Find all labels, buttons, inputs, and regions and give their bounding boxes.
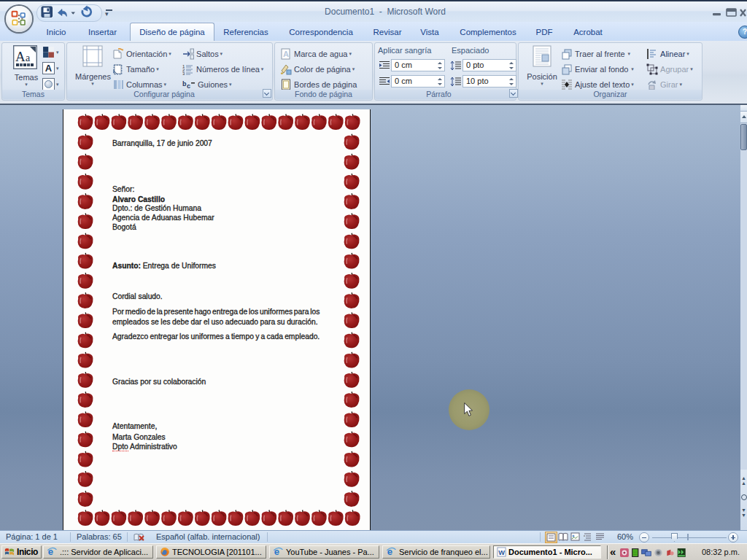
svg-text:A: A (283, 50, 289, 58)
svg-text:A: A (15, 49, 26, 64)
svg-text:a: a (26, 52, 31, 63)
svg-text:c: c (187, 82, 190, 90)
svg-text:W: W (498, 549, 505, 556)
svg-text:3: 3 (182, 71, 185, 75)
